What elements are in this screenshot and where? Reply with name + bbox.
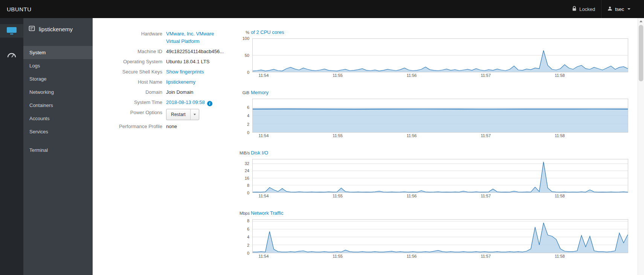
y-tick-label: 100 [240, 36, 249, 41]
restart-button[interactable]: Restart [166, 109, 191, 120]
main-area: lipstickenemy System Logs Storage Networ… [0, 18, 644, 275]
x-tick-label: 11:56 [407, 73, 417, 78]
disk-io-chart: MiB/s Disk I/O 08162432 11:5411:5511:561… [240, 150, 628, 199]
detail-row-power-options: Power Options Restart [93, 109, 240, 120]
locked-label: Locked [579, 6, 595, 12]
x-tick-label: 11:58 [555, 133, 565, 138]
sidebar-item-terminal[interactable]: Terminal [23, 144, 93, 157]
y-tick-label: 8 [240, 218, 249, 223]
user-icon [607, 6, 612, 12]
sidebar-item-storage[interactable]: Storage [23, 72, 93, 86]
host-view-icon[interactable] [0, 24, 23, 38]
memory-x-axis: 11:5411:5511:5611:5711:58 [252, 133, 628, 139]
y-tick-label: 6 [240, 105, 249, 110]
chart-canvas [253, 39, 628, 72]
user-name: tsec [615, 6, 624, 12]
lock-icon [572, 6, 577, 12]
system-time-label: System Time [93, 99, 166, 106]
arrow-up-icon [639, 20, 642, 22]
x-tick-label: 11:56 [407, 254, 417, 258]
restart-dropdown-button[interactable] [191, 109, 199, 120]
performance-profile-value: none [166, 123, 177, 130]
memory-chart-title-link[interactable]: Memory [251, 90, 269, 95]
locked-button[interactable]: Locked [566, 0, 601, 18]
memory-chart: GiB Memory 0246 11:5411:5511:5611:5711:5… [240, 90, 628, 139]
detail-row-os: Operating System Ubuntu 18.04.1 LTS [93, 58, 240, 66]
sidebar-item-logs[interactable]: Logs [23, 59, 93, 72]
detail-row-machine-id: Machine ID 49c1822514114bacb456... [93, 48, 240, 55]
sidebar: lipstickenemy System Logs Storage Networ… [23, 18, 93, 275]
disk-io-unit-label: MiB/s [240, 151, 251, 155]
detail-row-ssh-keys: Secure Shell Keys Show fingerprints [93, 68, 240, 76]
disk-io-chart-title-link[interactable]: Disk I/O [251, 150, 268, 156]
sidebar-item-system[interactable]: System [23, 46, 93, 59]
x-tick-label: 11:56 [407, 133, 417, 138]
os-label: Operating System [93, 58, 166, 66]
network-y-axis: 02468 [240, 219, 251, 253]
os-value: Ubuntu 18.04.1 LTS [166, 58, 209, 66]
charts-column: % of 2 CPU cores 050100 11:5411:5511:561… [240, 18, 628, 275]
user-menu-button[interactable]: tsec [601, 0, 636, 18]
x-tick-label: 11:54 [259, 133, 269, 138]
host-name-link[interactable]: lipstickenemy [166, 79, 195, 85]
detail-row-performance-profile: Performance Profile none [93, 123, 240, 130]
x-tick-label: 11:57 [481, 73, 491, 78]
disk-io-plot [252, 159, 628, 193]
sidebar-item-accounts[interactable]: Accounts [23, 112, 93, 125]
scroll-up-arrow[interactable] [638, 18, 644, 24]
x-tick-label: 11:58 [555, 73, 565, 78]
x-tick-label: 11:58 [555, 194, 565, 198]
sidebar-item-services[interactable]: Services [23, 125, 93, 138]
y-tick-label: 32 [240, 161, 249, 166]
host-name-label: Host Name [93, 78, 166, 86]
x-tick-label: 11:57 [481, 194, 491, 198]
dashboard-icon[interactable] [0, 47, 23, 61]
cpu-chart-title-link[interactable]: of 2 CPU cores [251, 29, 284, 35]
memory-unit-label: GiB [240, 90, 251, 95]
x-tick-label: 11:56 [407, 194, 417, 198]
icon-strip [0, 18, 23, 275]
disk-io-y-axis: 08162432 [240, 159, 251, 193]
y-tick-label: 50 [240, 53, 249, 58]
show-fingerprints-link[interactable]: Show fingerprints [166, 69, 204, 75]
vertical-scrollbar[interactable] [638, 18, 644, 275]
x-tick-label: 11:54 [259, 254, 269, 258]
content-area: Hardware VMware, Inc. VMware Virtual Pla… [93, 18, 644, 275]
chevron-down-icon [627, 8, 630, 10]
cpu-plot [252, 38, 628, 72]
series-line [253, 50, 628, 71]
domain-label: Domain [93, 89, 166, 96]
y-tick-label: 8 [240, 183, 249, 188]
system-time-link[interactable]: 2018-08-13 09:58 [166, 99, 205, 105]
scrollbar-thumb[interactable] [639, 25, 643, 81]
x-tick-label: 11:55 [333, 73, 343, 78]
top-bar: UBUNTU Locked tsec [0, 0, 644, 18]
y-tick-label: 4 [240, 113, 249, 118]
series-line [253, 162, 628, 192]
join-domain-link[interactable]: Join Domain [166, 89, 193, 95]
sidebar-item-networking[interactable]: Networking [23, 86, 93, 99]
x-tick-label: 11:54 [259, 194, 269, 198]
restart-split-button: Restart [166, 109, 199, 120]
y-tick-label: 2 [240, 122, 249, 127]
server-icon [29, 25, 35, 33]
y-tick-label: 24 [240, 168, 249, 173]
memory-plot [252, 99, 628, 133]
cpu-x-axis: 11:5411:5511:5611:5711:58 [252, 73, 628, 79]
network-plot [252, 219, 628, 253]
network-x-axis: 11:5411:5511:5611:5711:58 [252, 254, 628, 260]
hardware-link[interactable]: VMware, Inc. VMware Virtual Platform [166, 30, 228, 45]
detail-row-system-time: System Time 2018-08-13 09:58i [93, 99, 240, 106]
detail-row-domain: Domain Join Domain [93, 89, 240, 96]
sidebar-nav: System Logs Storage Networking Container… [23, 40, 93, 157]
sidebar-item-containers[interactable]: Containers [23, 99, 93, 112]
topbar-controls: Locked tsec [566, 0, 636, 18]
cpu-unit-label: % [240, 30, 251, 35]
info-icon[interactable]: i [207, 101, 212, 106]
host-name: lipstickenemy [39, 26, 73, 32]
x-tick-label: 11:55 [333, 194, 343, 198]
host-selector[interactable]: lipstickenemy [23, 18, 93, 40]
network-chart-title-link[interactable]: Network Traffic [251, 210, 283, 216]
y-tick-label: 0 [240, 130, 249, 135]
machine-id-value: 49c1822514114bacb456... [166, 48, 224, 55]
